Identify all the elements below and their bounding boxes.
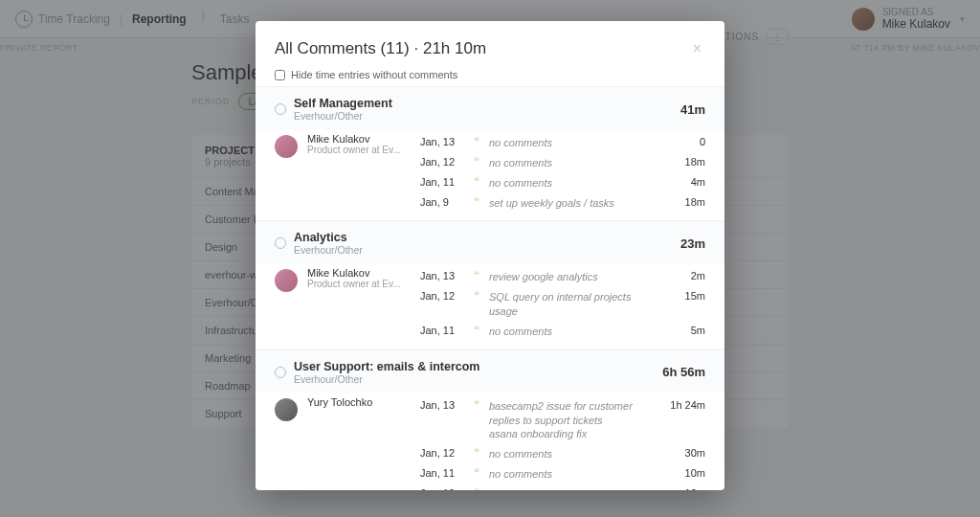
- ring-icon: [275, 237, 286, 249]
- section-title: Analytics: [294, 231, 363, 244]
- time-entry: Jan, 11❝no comments4m: [420, 173, 705, 193]
- entry-date: Jan, 11: [420, 467, 464, 479]
- person-name: Mike Kulakov: [307, 133, 411, 145]
- section-header: Self ManagementEverhour/Other41m: [256, 87, 724, 129]
- quote-icon: ❝: [474, 325, 479, 335]
- entry-date: Jan, 13: [420, 399, 464, 411]
- section-title: Self Management: [294, 97, 392, 110]
- time-entry: Jan, 9❝set up weekly goals / tasks18m: [420, 193, 705, 214]
- ring-icon: [275, 103, 286, 115]
- entry-date: Jan, 12: [420, 447, 464, 459]
- section-body: Mike KulakovProduct owner at Ev...Jan, 1…: [256, 263, 724, 348]
- entry-duration: 2m: [656, 270, 705, 281]
- person-meta: Mike KulakovProduct owner at Ev...: [307, 133, 411, 155]
- ring-icon: [275, 367, 286, 378]
- avatar: [275, 135, 298, 158]
- quote-icon: ❝: [474, 196, 479, 207]
- entry-comment: SQL query on internal projects usage: [489, 290, 646, 319]
- person-name: Yury Tolochko: [307, 396, 411, 408]
- section-title: User Support: emails & intercom: [294, 360, 480, 373]
- person-role: Product owner at Ev...: [307, 279, 411, 289]
- entry-duration: 15m: [656, 290, 705, 302]
- quote-icon: ❝: [474, 176, 479, 187]
- person-row: Mike KulakovProduct owner at Ev...Jan, 1…: [256, 263, 724, 343]
- avatar: [275, 269, 298, 292]
- modal-overlay[interactable]: All Comments (11) · 21h 10m × Hide time …: [0, 0, 980, 517]
- section-body: Yury TolochkoJan, 13❝basecamp2 issue for…: [256, 393, 724, 490]
- entries: Jan, 13❝review google analytics2mJan, 12…: [420, 267, 705, 341]
- close-button[interactable]: ×: [689, 38, 705, 59]
- entry-date: Jan, 11: [420, 176, 464, 188]
- section-sub: Everhour/Other: [294, 110, 392, 122]
- entry-date: Jan, 12: [420, 290, 464, 302]
- hide-checkbox[interactable]: [275, 70, 285, 80]
- section-header: AnalyticsEverhour/Other23m: [256, 221, 724, 263]
- section: User Support: emails & intercomEverhour/…: [256, 349, 724, 490]
- entry-comment: review google analytics: [489, 270, 646, 284]
- avatar: [275, 398, 298, 421]
- entry-comment: no comments: [489, 467, 646, 482]
- time-entry: Jan, 11❝no comments10m: [420, 464, 705, 484]
- person-meta: Mike KulakovProduct owner at Ev...: [307, 267, 411, 289]
- quote-icon: ❝: [474, 290, 479, 301]
- entry-comment: no comments: [489, 136, 646, 150]
- entry-comment: no comments: [489, 325, 646, 339]
- quote-icon: ❝: [474, 136, 479, 146]
- entry-date: Jan, 13: [420, 136, 464, 147]
- entry-duration: 10m: [656, 467, 705, 479]
- entry-date: Jan, 13: [420, 270, 464, 281]
- section-total: 6h 56m: [662, 365, 705, 379]
- section: AnalyticsEverhour/Other23mMike KulakovPr…: [256, 220, 724, 348]
- entry-comment: no comments: [489, 447, 646, 461]
- entry-date: Jan, 9: [420, 196, 464, 208]
- quote-icon: ❝: [474, 467, 479, 478]
- time-entry: Jan, 13❝review google analytics2m: [420, 267, 705, 287]
- section: Self ManagementEverhour/Other41mMike Kul…: [256, 86, 724, 220]
- entry-comment: set up weekly goals / tasks: [489, 196, 646, 211]
- entry-duration: 5m: [656, 325, 705, 336]
- section-header: User Support: emails & intercomEverhour/…: [256, 350, 724, 393]
- comments-modal: All Comments (11) · 21h 10m × Hide time …: [256, 21, 724, 490]
- entry-duration: 18m: [656, 156, 705, 168]
- time-entry: Jan, 13❝no comments0: [420, 133, 705, 153]
- time-entry: Jan, 10❝no comments16m: [420, 484, 705, 490]
- person-meta: Yury Tolochko: [307, 396, 411, 408]
- entries: Jan, 13❝basecamp2 issue for customerrepl…: [420, 396, 705, 490]
- modal-title: All Comments (11) · 21h 10m: [275, 39, 689, 58]
- time-entry: Jan, 12❝no comments18m: [420, 153, 705, 173]
- entry-date: Jan, 10: [420, 487, 464, 490]
- entry-date: Jan, 12: [420, 156, 464, 168]
- quote-icon: ❝: [474, 487, 479, 490]
- section-total: 41m: [680, 102, 705, 117]
- entry-duration: 1h 24m: [656, 399, 705, 411]
- section-body: Mike KulakovProduct owner at Ev...Jan, 1…: [256, 129, 724, 220]
- entry-comment: basecamp2 issue for customerreplies to s…: [489, 399, 646, 442]
- entry-comment: no comments: [489, 176, 646, 191]
- time-entry: Jan, 12❝SQL query on internal projects u…: [420, 287, 705, 322]
- hide-checkbox-label: Hide time entries without comments: [291, 69, 457, 80]
- hide-checkbox-row[interactable]: Hide time entries without comments: [256, 69, 724, 86]
- section-total: 23m: [680, 236, 705, 251]
- entry-duration: 4m: [656, 176, 705, 188]
- time-entry: Jan, 13❝basecamp2 issue for customerrepl…: [420, 396, 705, 445]
- time-entry: Jan, 12❝no comments30m: [420, 444, 705, 464]
- entry-duration: 0: [656, 136, 705, 147]
- entry-duration: 18m: [656, 196, 705, 208]
- quote-icon: ❝: [474, 447, 479, 458]
- section-sub: Everhour/Other: [294, 373, 480, 385]
- entry-comment: no comments: [489, 487, 646, 490]
- person-role: Product owner at Ev...: [307, 145, 411, 155]
- quote-icon: ❝: [474, 156, 479, 167]
- time-entry: Jan, 11❝no comments5m: [420, 322, 705, 342]
- entry-duration: 30m: [656, 447, 705, 459]
- person-row: Yury TolochkoJan, 13❝basecamp2 issue for…: [256, 393, 724, 490]
- entries: Jan, 13❝no comments0Jan, 12❝no comments1…: [420, 133, 705, 213]
- entry-date: Jan, 11: [420, 325, 464, 336]
- entry-comment: no comments: [489, 156, 646, 170]
- person-row: Mike KulakovProduct owner at Ev...Jan, 1…: [256, 129, 724, 214]
- entry-duration: 16m: [656, 487, 705, 490]
- person-name: Mike Kulakov: [307, 267, 411, 279]
- quote-icon: ❝: [474, 399, 479, 410]
- section-sub: Everhour/Other: [294, 244, 363, 256]
- quote-icon: ❝: [474, 270, 479, 281]
